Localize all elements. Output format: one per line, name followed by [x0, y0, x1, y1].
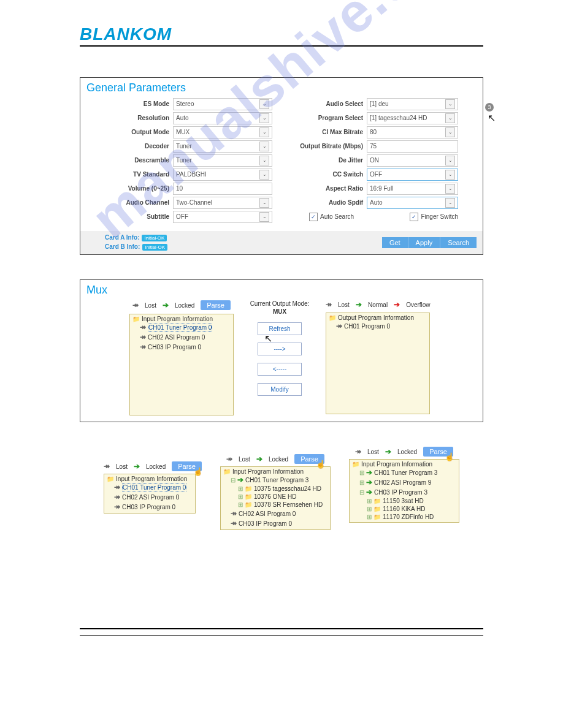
decoder-select[interactable]: Tuner⌄: [173, 140, 272, 153]
collapse-icon[interactable]: ⊟: [359, 489, 364, 496]
folder-icon: 📁: [245, 493, 252, 500]
folder-icon: 📁: [245, 501, 252, 508]
folder-icon: 📁: [245, 485, 252, 492]
input-tree[interactable]: 📁Input Program Information ↠CH01 Tuner P…: [129, 314, 234, 415]
resolution-select[interactable]: Auto⌄: [173, 112, 272, 124]
output-mode-select[interactable]: MUX⌄: [173, 126, 272, 138]
normal-arrow-icon: ➔: [356, 300, 362, 309]
overflow-arrow-icon: ➔: [394, 300, 400, 309]
footer-rule-2: [80, 635, 483, 636]
chevron-down-icon[interactable]: ⌄: [259, 127, 269, 137]
audio-channel-select[interactable]: Two-Channel⌄: [173, 197, 272, 209]
expand-icon[interactable]: ⊞: [359, 479, 364, 486]
subtitle-select[interactable]: OFF⌄: [173, 211, 272, 223]
chevron-down-icon[interactable]: ⌄: [259, 142, 269, 151]
folder-icon: 📁: [373, 514, 381, 520]
card-a-link[interactable]: Card A Info:: [105, 234, 139, 241]
audio-select[interactable]: [1] deu⌄: [367, 98, 458, 110]
de-jitter-select[interactable]: ON⌄: [367, 154, 458, 167]
collapse-icon[interactable]: ⊟: [231, 477, 236, 483]
chevron-down-icon[interactable]: ⌄: [259, 156, 269, 165]
chevron-down-icon[interactable]: ⌄: [445, 184, 455, 194]
tree-item[interactable]: CH03 IP Program 0: [239, 520, 292, 527]
tree-item[interactable]: 11150 3sat HD: [383, 498, 424, 504]
input-tree-1[interactable]: 📁Input Program Information ↠CH01 Tuner P…: [104, 474, 196, 514]
chevron-down-icon[interactable]: ⌄: [259, 113, 269, 123]
chevron-down-icon[interactable]: ⌄: [445, 170, 455, 180]
es-mode-select[interactable]: Stereo⌄: [173, 98, 272, 110]
descramble-select[interactable]: Tuner⌄: [173, 154, 272, 167]
volume-input[interactable]: 10: [173, 183, 272, 195]
expand-icon[interactable]: ⊞: [238, 493, 243, 500]
tree-item[interactable]: CH02 ASI Program 0: [239, 510, 296, 517]
audio-select-label: Audio Select: [291, 100, 367, 107]
chevron-down-icon[interactable]: ⌄: [445, 198, 455, 208]
gp-footer: Card A Info:Initial-OK Card B Info:Initi…: [80, 231, 483, 254]
decoder-label: Decoder: [105, 143, 173, 150]
cc-switch-select[interactable]: OFF⌄: [367, 169, 458, 181]
auto-search-checkbox[interactable]: ✓Auto Search: [309, 213, 354, 221]
chevron-down-icon[interactable]: ⌄: [259, 99, 269, 109]
lost-label: Lost: [338, 301, 350, 308]
cc-switch-label: CC Switch: [291, 171, 367, 178]
tree-item[interactable]: 10376 ONE HD: [254, 493, 296, 500]
tree-item[interactable]: CH03 IP Program 0: [122, 504, 175, 510]
move-right-button[interactable]: ---->: [258, 343, 302, 355]
search-button[interactable]: Search: [440, 237, 477, 248]
mux-panel: Mux ↠Lost ➔Locked Parse 📁Input Program I…: [80, 279, 483, 422]
output-bitrate-input[interactable]: 75: [367, 140, 458, 153]
tree-item[interactable]: CH01 Program 0: [344, 323, 390, 330]
expand-icon[interactable]: ⊞: [367, 506, 372, 512]
tree-item[interactable]: CH01 Tuner Program 0: [122, 483, 186, 491]
chevron-down-icon[interactable]: ⌄: [259, 198, 269, 208]
program-select[interactable]: [1] tagesschau24 HD⌄: [367, 112, 458, 124]
lost-label: Lost: [145, 302, 156, 309]
expand-icon[interactable]: ⊞: [367, 498, 372, 504]
tree-item[interactable]: 11160 KiKA HD: [383, 506, 426, 512]
tree-item[interactable]: 11170 ZDFinfo HD: [383, 514, 434, 520]
aspect-ratio-select[interactable]: 16:9 Full⌄: [367, 183, 458, 195]
ci-max-bitrate-select[interactable]: 80⌄: [367, 126, 458, 138]
parse-button[interactable]: Parse: [201, 300, 231, 310]
audio-spdif-select[interactable]: Auto⌄: [367, 197, 458, 209]
tree-item[interactable]: CH02 ASI Program 0: [122, 494, 179, 501]
lost-arrow-icon: ↠: [226, 455, 232, 463]
parse-button[interactable]: Parse: [294, 454, 324, 464]
move-left-button[interactable]: <-----: [258, 363, 302, 376]
output-tree[interactable]: 📁Output Program Information ↠CH01 Progra…: [326, 313, 430, 414]
locked-arrow-icon: ➔: [163, 301, 169, 309]
tv-standard-select[interactable]: PALDBGHI⌄: [173, 169, 272, 181]
modify-button[interactable]: Modify: [258, 383, 302, 396]
chevron-down-icon[interactable]: ⌄: [445, 113, 455, 123]
expand-icon[interactable]: ⊞: [238, 501, 243, 508]
tv-standard-label: TV Standard: [105, 171, 173, 178]
expand-icon[interactable]: ⊞: [367, 514, 372, 520]
chevron-down-icon[interactable]: ⌄: [445, 99, 455, 109]
chevron-down-icon[interactable]: ⌄: [259, 212, 269, 222]
tree-item[interactable]: 10375 tagesschau24 HD: [254, 485, 321, 492]
parse-button[interactable]: Parse: [423, 447, 453, 457]
card-b-link[interactable]: Card B Info:: [105, 243, 140, 250]
tree-item-selected[interactable]: CH01 Tuner Program 0: [148, 324, 212, 332]
tree-item[interactable]: CH03 IP Program 3: [374, 489, 427, 496]
chevron-down-icon[interactable]: ⌄: [445, 156, 455, 165]
expand-icon[interactable]: ⊞: [359, 469, 364, 476]
expand-icon[interactable]: ⊞: [238, 485, 243, 492]
parse-button[interactable]: Parse: [172, 461, 202, 471]
input-tree-3[interactable]: 📁Input Program Information ⊞➔CH01 Tuner …: [349, 459, 459, 523]
chevron-down-icon[interactable]: ⌄: [259, 170, 269, 180]
tree-item[interactable]: CH01 Tuner Program 3: [374, 469, 437, 476]
get-button[interactable]: Get: [382, 237, 408, 248]
input-tree-2[interactable]: 📁Input Program Information ⊟➔CH01 Tuner …: [220, 466, 331, 530]
tree-item[interactable]: CH02 ASI Program 0: [148, 334, 205, 341]
apply-button[interactable]: Apply: [408, 237, 441, 248]
tree-item[interactable]: CH02 ASI Program 9: [374, 479, 431, 486]
tree-item[interactable]: CH01 Tuner Program 3: [245, 477, 308, 483]
chevron-down-icon[interactable]: ⌄: [445, 127, 455, 137]
refresh-button[interactable]: Refresh: [258, 322, 302, 335]
tree-item[interactable]: CH03 IP Program 0: [148, 344, 201, 351]
lost-arrow-icon: ↠: [326, 300, 332, 309]
tree-item[interactable]: 10378 SR Fernsehen HD: [254, 501, 323, 508]
finger-switch-checkbox[interactable]: ✓Finger Switch: [410, 213, 458, 221]
output-mode-label: Current Output Mode:: [240, 300, 320, 307]
